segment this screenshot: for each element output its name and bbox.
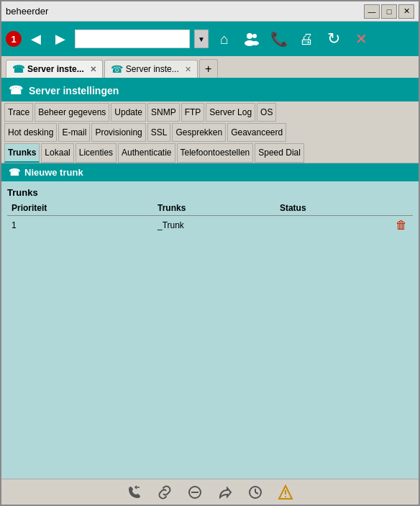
table-label: Trunks bbox=[7, 187, 413, 198]
address-input[interactable] bbox=[75, 30, 190, 48]
browser-tab-1-label: Server inste... bbox=[27, 64, 84, 74]
close-button[interactable]: ✕ bbox=[398, 4, 414, 19]
tab1-icon: ☎ bbox=[12, 63, 24, 75]
delete-trunk-button[interactable]: 🗑 bbox=[396, 219, 407, 232]
sub-section-header: ☎ Nieuwe trunk bbox=[1, 163, 419, 181]
section-title: Server instellingen bbox=[29, 85, 119, 96]
home-icon[interactable]: ⌂ bbox=[213, 27, 236, 50]
table-row: 1 _Trunk 🗑 bbox=[7, 216, 413, 235]
tab-server-log[interactable]: Server Log bbox=[206, 103, 255, 122]
browser-tab-2[interactable]: ☎ Server inste... ✕ bbox=[104, 60, 198, 78]
minimize-button[interactable]: — bbox=[364, 4, 380, 19]
title-bar: beheerder — □ ✕ bbox=[1, 1, 419, 22]
maximize-button[interactable]: □ bbox=[381, 4, 397, 19]
print-icon[interactable]: 🖨 bbox=[295, 27, 318, 50]
users-icon[interactable] bbox=[240, 27, 263, 50]
sub-section-icon: ☎ bbox=[9, 167, 20, 178]
tab-geavanceerd[interactable]: Geavanceerd bbox=[227, 123, 286, 142]
cell-status bbox=[275, 216, 391, 235]
status-bar bbox=[1, 479, 419, 505]
main-content: ☎ Server instellingen Trace Beheer gegev… bbox=[1, 79, 419, 479]
table-header-row: Prioriteit Trunks Status bbox=[7, 201, 413, 216]
address-dropdown-button[interactable]: ▼ bbox=[194, 30, 209, 48]
toolbar-close-icon[interactable]: ✕ bbox=[350, 27, 373, 50]
add-tab-button[interactable]: + bbox=[199, 59, 218, 78]
col-trunks: Trunks bbox=[153, 201, 275, 216]
tab-telefoontoestellen[interactable]: Telefoontoestellen bbox=[177, 143, 254, 163]
cell-delete: 🗑 bbox=[391, 216, 413, 235]
tab-update[interactable]: Update bbox=[111, 103, 146, 122]
svg-point-0 bbox=[247, 33, 252, 39]
nav-back-button[interactable]: ◀ bbox=[26, 29, 46, 49]
tab-authenticatie[interactable]: Authenticatie bbox=[118, 143, 175, 163]
tab-os[interactable]: OS bbox=[257, 103, 276, 122]
refresh-icon[interactable]: ↻ bbox=[322, 27, 345, 50]
main-window: beheerder — □ ✕ 1 ◀ ▶ ▼ ⌂ 📞 🖨 ↻ ✕ ☎ bbox=[0, 0, 420, 506]
tab2-close-icon[interactable]: ✕ bbox=[185, 65, 191, 74]
tab-speed-dial[interactable]: Speed Dial bbox=[255, 143, 304, 163]
phone-icon[interactable]: 📞 bbox=[268, 27, 291, 50]
browser-tab-1[interactable]: ☎ Server inste... ✕ bbox=[6, 60, 103, 78]
trunks-table: Prioriteit Trunks Status 1 _Trunk � bbox=[7, 201, 413, 235]
svg-point-12 bbox=[285, 496, 286, 497]
browser-tab-2-label: Server inste... bbox=[126, 64, 179, 74]
tab-snmp[interactable]: SNMP bbox=[147, 103, 180, 122]
sub-section-title: Nieuwe trunk bbox=[24, 167, 83, 178]
tab-gesprekken[interactable]: Gesprekken bbox=[172, 123, 226, 142]
badge: 1 bbox=[6, 31, 22, 47]
tab1-close-icon[interactable]: ✕ bbox=[90, 65, 96, 74]
forward-icon[interactable] bbox=[216, 483, 234, 502]
nav-forward-button[interactable]: ▶ bbox=[50, 29, 70, 49]
clock-icon[interactable] bbox=[246, 483, 265, 502]
tab-trunks[interactable]: Trunks bbox=[4, 143, 40, 163]
col-actions bbox=[391, 201, 413, 216]
minus-circle-icon[interactable] bbox=[186, 483, 204, 502]
content-panel: ☎ Nieuwe trunk Trunks Prioriteit Trunks … bbox=[1, 163, 419, 479]
tab2-icon: ☎ bbox=[111, 63, 123, 75]
svg-point-1 bbox=[252, 34, 257, 38]
section-header: ☎ Server instellingen bbox=[1, 79, 419, 101]
toolbar: 1 ◀ ▶ ▼ ⌂ 📞 🖨 ↻ ✕ bbox=[1, 22, 419, 56]
tab-licenties[interactable]: Licenties bbox=[76, 143, 117, 163]
svg-line-9 bbox=[255, 492, 258, 494]
window-title: beheerder bbox=[6, 6, 48, 17]
tab-ftp[interactable]: FTP bbox=[181, 103, 205, 122]
tab-provisioning[interactable]: Provisioning bbox=[91, 123, 145, 142]
table-area: Trunks Prioriteit Trunks Status 1 bbox=[1, 181, 419, 479]
link-icon[interactable] bbox=[155, 483, 174, 502]
col-status: Status bbox=[275, 201, 391, 216]
tab-lokaal[interactable]: Lokaal bbox=[41, 143, 73, 163]
tab-ssl[interactable]: SSL bbox=[147, 123, 171, 142]
tab-email[interactable]: E-mail bbox=[58, 123, 90, 142]
cell-trunks: _Trunk bbox=[153, 216, 275, 235]
phone-back-icon[interactable] bbox=[125, 483, 144, 502]
browser-tab-bar: ☎ Server inste... ✕ ☎ Server inste... ✕ … bbox=[1, 56, 419, 79]
svg-point-3 bbox=[252, 41, 259, 45]
cell-prioriteit: 1 bbox=[7, 216, 153, 235]
warning-icon[interactable] bbox=[276, 483, 295, 502]
section-phone-icon: ☎ bbox=[9, 83, 23, 97]
tab-hot-desking[interactable]: Hot desking bbox=[4, 123, 57, 142]
tab-trace[interactable]: Trace bbox=[4, 103, 33, 122]
tab-beheer-gegevens[interactable]: Beheer gegevens bbox=[35, 103, 109, 122]
window-controls: — □ ✕ bbox=[364, 4, 414, 19]
col-prioriteit: Prioriteit bbox=[7, 201, 153, 216]
